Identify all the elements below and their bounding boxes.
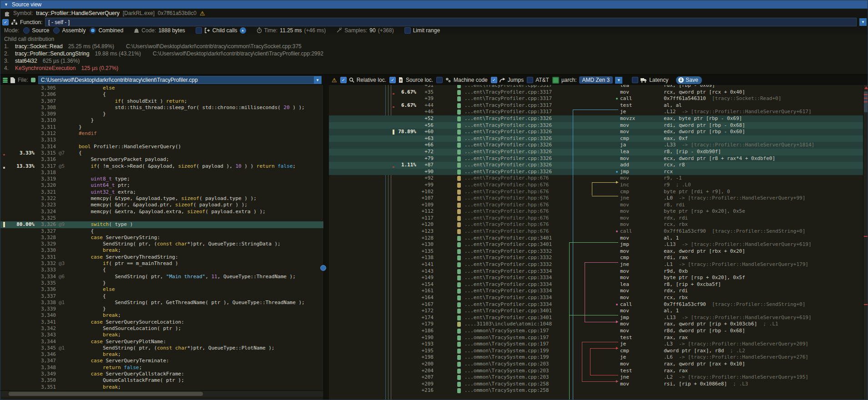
asm-row[interactable]: +112...ent\TracyProfiler.hpp:676movbyte … [329, 208, 868, 215]
uarch-dropdown-button[interactable]: ▼ [615, 77, 622, 84]
machine-code-checkbox[interactable] [436, 77, 443, 83]
layers-icon[interactable] [3, 78, 8, 83]
asm-row[interactable]: +92...ent\TracyProfiler.hpp:676movr9, -1 [329, 175, 868, 182]
asm-row[interactable]: +164...ent\TracyProfiler.cpp:3334movrcx,… [329, 295, 868, 301]
file-path-combo[interactable]: C:\Users\wolf\Desktop\darkrl\contrib\tra… [38, 76, 322, 84]
source-line[interactable]: 3,333 { [0, 267, 323, 273]
jumps-checkbox[interactable]: ✓ [491, 77, 497, 83]
relative-loc-checkbox[interactable]: ✓ [340, 77, 347, 83]
asm-row[interactable]: +128...ent\TracyProfiler.cpp:3401moval, … [329, 235, 868, 242]
asm-row[interactable]: +31...ent\TracyProfiler.cpp:3317leardx, … [329, 85, 868, 89]
source-line[interactable]: 3,311} [0, 124, 323, 130]
source-line[interactable]: 3,348 return false; [0, 365, 323, 371]
mode-radio-assembly[interactable]: Assembly [53, 27, 86, 34]
source-line[interactable]: 3,338@1 SendString( ptr, GetThreadName( … [0, 300, 323, 306]
asm-row[interactable]: +216...ommon\TracySystem.cpp:258 [329, 387, 868, 394]
function-dropdown-button[interactable]: ▼ [859, 18, 867, 26]
asm-row[interactable]: +120...ent\TracyProfiler.hpp:676movrcx, … [329, 221, 868, 228]
source-line[interactable]: 3,312#endif [0, 130, 323, 137]
child-calls-up-button[interactable]: ▲ [240, 27, 246, 34]
source-line[interactable]: 3,323 memcpy( &ptr, &payload.ptr, sizeof… [0, 202, 323, 208]
source-line[interactable]: 3,322 memcpy( &type, &payload.type, size… [0, 195, 323, 202]
source-line[interactable]: 3,332@3 if( ptr == m_mainThread ) [0, 260, 323, 267]
asm-row[interactable]: +52...ent\TracyProfiler.cpp:3326movzxeax… [329, 115, 868, 122]
source-line[interactable]: 3,345@1 SendString( ptr, (const char*)pt… [0, 345, 323, 351]
asm-row[interactable]: +102...ent\TracyProfiler.hpp:676cmpbyte … [329, 189, 868, 195]
asm-row[interactable]: +200...ommon\TracySystem.cpp:203movrax, … [329, 361, 868, 368]
source-line[interactable]: 3,335 } [0, 280, 323, 286]
source-line[interactable]: 3,349 case ServerQueryCallstackFrame: [0, 371, 323, 377]
mode-radio-combined[interactable]: Combined [90, 27, 123, 34]
source-line[interactable]: 3,336 else [0, 286, 323, 293]
child-call-row[interactable]: 1.tracy::Socket::Read25.25 ms (54.89%)C:… [4, 43, 868, 50]
asm-row[interactable]: 6.67%+44...ent\TracyProfiler.cpp:3317tes… [329, 102, 868, 109]
asm-row[interactable]: +123...ent\TracyProfiler.hpp:676call0x7f… [329, 228, 868, 235]
asm-row[interactable]: +135...ent\TracyProfiler.cpp:3332moveax,… [329, 248, 868, 255]
asm-row[interactable]: +79...ent\TracyProfiler.cpp:3326movecx, … [329, 155, 868, 162]
source-line[interactable]: 3,339 } [0, 306, 323, 312]
mode-radio-source[interactable]: Source [23, 27, 49, 34]
child-call-row[interactable]: 4.KeSynchronizeExecution125 µs (0.27%) [4, 65, 868, 72]
asm-row[interactable]: +204...ommon\TracySystem.cpp:203testrax,… [329, 368, 868, 375]
source-line[interactable]: 3,308 std::this_thread::sleep_for( std::… [0, 105, 323, 111]
source-line[interactable]: 3,316 ServerQueryPacket payload; [0, 156, 323, 163]
att-toggle[interactable]: AT&T [527, 77, 549, 83]
source-loc-checkbox[interactable]: ✓ [389, 77, 396, 83]
function-combo[interactable]: [ - self - ] [45, 18, 857, 26]
source-line[interactable]: 3,318 [0, 170, 323, 176]
asm-row[interactable]: +149...ent\TracyProfiler.cpp:3334movbyte… [329, 275, 868, 281]
source-line[interactable]: 3,321 uint32_t extra; [0, 189, 323, 195]
asm-row[interactable]: +154...ent\TracyProfiler.cpp:3334lear8, … [329, 281, 868, 288]
asm-row[interactable]: +198...ommon\TracySystem.cpp:199je.L6 ->… [329, 354, 868, 361]
asm-row[interactable]: 78.89%+60...ent\TracyProfiler.cpp:3326mo… [329, 129, 868, 135]
asm-row[interactable]: +190...ommon\TracySystem.cpp:197testrax,… [329, 335, 868, 341]
asm-row[interactable]: +117...ent\TracyProfiler.hpp:676movrdx, … [329, 215, 868, 222]
asm-row[interactable]: +186...ommon\TracySystem.cpp:197movr8d, … [329, 328, 868, 335]
asm-row[interactable]: +138...ent\TracyProfiler.cpp:3332cmprdi,… [329, 255, 868, 261]
source-line[interactable]: 3,310 } [0, 117, 323, 124]
source-line[interactable]: 3,347 case ServerQueryTerminate: [0, 358, 323, 364]
source-line[interactable]: 3,331 case ServerQueryThreadString: [0, 254, 323, 260]
source-line[interactable]: 3,342 SendSourceLocation( ptr ); [0, 325, 323, 332]
collapse-icon[interactable]: ▼ [4, 2, 8, 7]
asm-row[interactable]: +63...ent\TracyProfiler.cpp:3326cmpeax, … [329, 135, 868, 142]
function-checkbox[interactable]: ✓ [2, 19, 9, 25]
source-line[interactable]: 3,337 { [0, 293, 323, 300]
source-line[interactable]: 13.33%3,317@5 if( !m_sock->Read( &payloa… [0, 163, 323, 170]
source-line[interactable]: 3,327 { [0, 228, 323, 235]
source-line[interactable]: 3,314bool Profiler::HandleServerQuery() [0, 144, 323, 150]
asm-row[interactable]: +56...ent\TracyProfiler.cpp:3326movrdi, … [329, 122, 868, 129]
child-call-row[interactable]: 2.tracy::Profiler::SendLongString19.88 m… [4, 50, 868, 57]
asm-row[interactable]: +172...ent\TracyProfiler.cpp:3401moval, … [329, 308, 868, 315]
child-calls-checkbox[interactable] [196, 27, 202, 34]
source-line[interactable]: 3,309 } [0, 111, 323, 117]
source-line[interactable]: 80.00%3,326@9 switch( type ) [0, 221, 323, 228]
source-line[interactable]: 3,344 case ServerQueryPlotName: [0, 339, 323, 345]
asm-row[interactable]: +167...ent\TracyProfiler.cpp:3334call0x7… [329, 301, 868, 308]
machine-code-toggle[interactable]: Machine code [436, 77, 488, 83]
latency-checkbox[interactable] [632, 77, 638, 83]
source-line[interactable]: 3,305 else [0, 85, 323, 91]
source-line[interactable]: 3,330 break; [0, 247, 323, 254]
source-line[interactable]: 3,324 memcpy( &extra, &payload.extra, si… [0, 209, 323, 215]
asm-row[interactable]: +90...ent\TracyProfiler.cpp:3326jmprcx [329, 169, 868, 175]
source-line[interactable]: 3,341 case ServerQuerySourceLocation: [0, 319, 323, 325]
source-line[interactable]: 3,350 QueueCallstackFrame( ptr ); [0, 377, 323, 384]
jumps-toggle[interactable]: ✓ Jumps [491, 77, 524, 83]
file-dropdown-icon[interactable]: ▼ [314, 76, 321, 84]
child-call-row[interactable]: 3.stat64i32625 µs (1.36%) [4, 57, 868, 65]
asm-row[interactable]: +109...ent\TracyProfiler.hpp:676movr8, r… [329, 202, 868, 209]
asm-row[interactable]: 1.11%+87...ent\TracyProfiler.cpp:3326add… [329, 162, 868, 169]
save-button[interactable]: Save [676, 76, 701, 84]
relative-loc-toggle[interactable]: ✓ Relative loc. [340, 77, 386, 83]
latency-toggle[interactable]: Latency [632, 77, 668, 83]
source-line[interactable]: 3,334@6 SendString( ptr, "Main thread", … [0, 274, 323, 280]
asm-row[interactable]: +143...ent\TracyProfiler.cpp:3334movr9d,… [329, 268, 868, 275]
source-line[interactable]: 3,306 { [0, 91, 323, 98]
limit-range-checkbox[interactable] [404, 27, 411, 34]
asm-row[interactable]: +66...ent\TracyProfiler.cpp:3326ja.L33 -… [329, 142, 868, 149]
source-line[interactable]: 3,340 break; [0, 312, 323, 319]
source-line[interactable]: 3,351 break; [0, 384, 323, 390]
source-line[interactable]: 3,343 break; [0, 332, 323, 338]
att-checkbox[interactable] [527, 77, 533, 83]
